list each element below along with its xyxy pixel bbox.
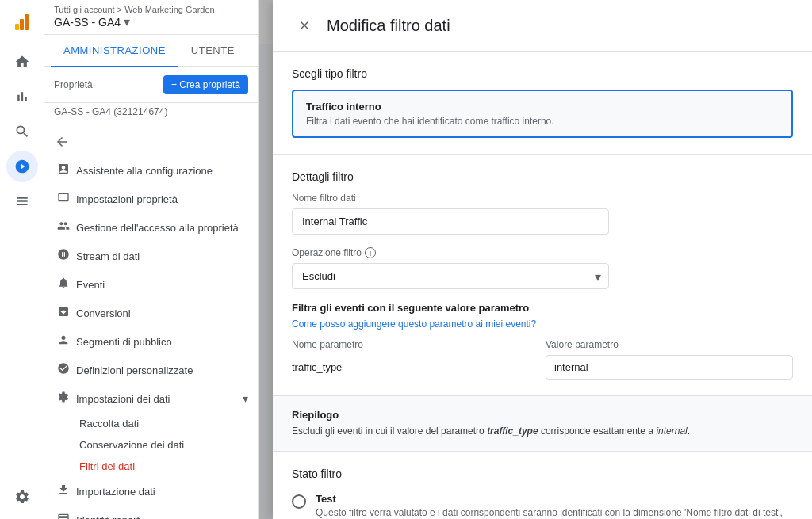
sidebar-icon-home[interactable]: [6, 46, 38, 78]
filter-operation-label: Operazione filtro i: [292, 247, 793, 258]
modal-body: Scegli tipo filtro Traffico interno Filt…: [273, 52, 812, 519]
nav-label-impostazioni: Impostazioni proprietà: [76, 193, 178, 205]
sidebar-icon-configure[interactable]: [6, 185, 38, 217]
param-name-cell: traffic_type: [292, 355, 539, 380]
nav-item-identita[interactable]: Identità report: [44, 506, 258, 519]
radio-test-content: Test Questo filtro verrà valutato e i da…: [316, 493, 793, 519]
nav-label-definizioni: Definizioni personalizzate: [76, 364, 193, 376]
param-table-row: traffic_type: [292, 355, 793, 380]
nav-label-impostazioni-dati: Impostazioni dei dati: [76, 393, 170, 405]
riepilogo-text-3: .: [688, 426, 690, 437]
riepilogo-text: Escludi gli eventi in cui il valore del …: [292, 424, 793, 438]
radio-test-title: Test: [316, 493, 793, 505]
modal-close-button[interactable]: [292, 13, 317, 38]
stato-section: Stato filtro Test Questo filtro verrà va…: [273, 452, 812, 519]
riepilogo-section: Riepilogo Escludi gli eventi in cui il v…: [273, 396, 812, 452]
param-section: Filtra gli eventi con il seguente valore…: [292, 302, 793, 380]
param-col1-label: Nome parametro: [292, 339, 539, 350]
nav-item-gestione[interactable]: Gestione dell'accesso alla proprietà: [44, 213, 258, 242]
filter-operation-select-wrapper: Escludi Includi ▾: [292, 263, 609, 289]
conversioni-icon: [57, 305, 70, 321]
gestione-icon: [57, 219, 70, 235]
impostazioni-icon: [57, 191, 70, 207]
breadcrumb: Tutti gli account > Web Marketing Garden: [54, 5, 248, 14]
nav-label-identita: Identità report: [76, 514, 140, 520]
nav-item-impostazioni-dati[interactable]: Impostazioni dei dati ▾: [44, 384, 258, 413]
nav-label-stream: Stream di dati: [76, 250, 140, 262]
filter-details-section: Dettagli filtro Nome filtro dati Operazi…: [273, 155, 812, 396]
impostazioni-dati-icon: [57, 391, 70, 406]
property-section: Proprietà + Crea proprietà: [44, 67, 258, 103]
filter-name-input[interactable]: [292, 208, 609, 235]
nav-item-importazione[interactable]: Importazione dati: [44, 477, 258, 506]
nav-item-eventi[interactable]: Eventi: [44, 270, 258, 299]
radio-test-btn[interactable]: [292, 494, 306, 509]
nav-label-importazione: Importazione dati: [76, 486, 155, 498]
riepilogo-text-1: Escludi gli eventi in cui il valore del …: [292, 426, 487, 437]
stato-title: Stato filtro: [292, 467, 793, 480]
sidebar-icon-reports[interactable]: [6, 81, 38, 113]
definizioni-icon: [57, 362, 70, 378]
param-table-header: Nome parametro Valore parametro: [292, 339, 793, 350]
property-label: Proprietà: [54, 79, 93, 90]
filter-name-field: Nome filtro dati: [292, 193, 793, 235]
tab-amministrazione[interactable]: AMMINISTRAZIONE: [51, 35, 178, 67]
analytics-logo: [6, 6, 38, 38]
stream-icon: [57, 248, 70, 264]
eventi-icon: [57, 277, 70, 292]
nav-label-segmenti: Segmenti di pubblico: [76, 336, 172, 348]
param-value-input[interactable]: [546, 355, 793, 380]
sidebar-icons-bar: [0, 0, 44, 519]
filter-operation-field: Operazione filtro i Escludi Includi ▾: [292, 247, 793, 289]
nav-item-conversioni[interactable]: Conversioni: [44, 299, 258, 327]
nav-label-eventi: Eventi: [76, 279, 105, 291]
radio-test: Test Questo filtro verrà valutato e i da…: [292, 493, 793, 519]
importazione-icon: [57, 483, 70, 499]
riepilogo-param: traffic_type: [487, 426, 538, 437]
sidebar-icon-explore[interactable]: [6, 116, 38, 147]
assistente-icon: [57, 162, 70, 178]
param-link[interactable]: Come posso aggiungere questo parametro a…: [292, 319, 793, 330]
riepilogo-value: internal: [656, 426, 687, 437]
nav-item-impostazioni[interactable]: Impostazioni proprietà: [44, 185, 258, 213]
tabs-bar: AMMINISTRAZIONE UTENTE: [44, 35, 258, 67]
modal-title: Modifica filtro dati: [327, 17, 450, 35]
nav-menu: Assistente alla configurazione Impostazi…: [44, 124, 258, 519]
content-pane: Filtri da Nome Interna Modifica filtro d…: [259, 0, 812, 519]
nav-label-gestione: Gestione dell'accesso alla proprietà: [76, 222, 239, 234]
riepilogo-text-2: corrisponde esattamente a: [538, 426, 657, 437]
radio-test-desc: Questo filtro verrà valutato e i dati co…: [316, 506, 793, 519]
filter-type-desc: Filtra i dati evento che hai identificat…: [306, 116, 779, 127]
tab-utente[interactable]: UTENTE: [178, 35, 247, 67]
filter-type-card[interactable]: Traffico interno Filtra i dati evento ch…: [292, 90, 793, 138]
account-selector[interactable]: GA-SS - GA4 ▾: [54, 14, 248, 29]
segmenti-icon: [57, 334, 70, 349]
filter-name-label: Nome filtro dati: [292, 193, 793, 204]
nav-item-stream[interactable]: Stream di dati: [44, 242, 258, 270]
sidebar-icon-settings[interactable]: [6, 481, 38, 513]
expand-icon: ▾: [243, 392, 248, 405]
riepilogo-title: Riepilogo: [292, 409, 793, 421]
subnav-filtri[interactable]: Filtri dei dati: [44, 456, 258, 477]
filter-type-name: Traffico interno: [306, 101, 779, 113]
param-section-title: Filtra gli eventi con il seguente valore…: [292, 302, 793, 314]
filter-type-section-title: Scegli tipo filtro: [292, 67, 793, 80]
nav-item-assistente[interactable]: Assistente alla configurazione: [44, 156, 258, 185]
chevron-down-icon: ▾: [124, 14, 130, 29]
sidebar-icon-advertising[interactable]: [6, 151, 38, 182]
param-table: Nome parametro Valore parametro traffic_…: [292, 339, 793, 380]
operation-info-icon[interactable]: i: [365, 247, 376, 258]
property-name: GA-SS - GA4 (321214674): [44, 103, 258, 124]
modal-overlay: Modifica filtro dati Scegli tipo filtro …: [259, 0, 812, 519]
nav-item-segmenti[interactable]: Segmenti di pubblico: [44, 327, 258, 356]
admin-panel: Tutti gli account > Web Marketing Garden…: [44, 0, 259, 519]
create-property-button[interactable]: + Crea proprietà: [163, 75, 248, 94]
nav-item-definizioni[interactable]: Definizioni personalizzate: [44, 356, 258, 384]
subnav-conservazione[interactable]: Conservazione dei dati: [44, 434, 258, 456]
header-bar: Tutti gli account > Web Marketing Garden…: [44, 0, 258, 35]
back-button[interactable]: [51, 131, 73, 153]
subnav-raccolta[interactable]: Raccolta dati: [44, 413, 258, 434]
modal-panel: Modifica filtro dati Scegli tipo filtro …: [273, 0, 812, 519]
main-area: Tutti gli account > Web Marketing Garden…: [44, 0, 812, 519]
filter-operation-select[interactable]: Escludi Includi: [292, 263, 609, 289]
